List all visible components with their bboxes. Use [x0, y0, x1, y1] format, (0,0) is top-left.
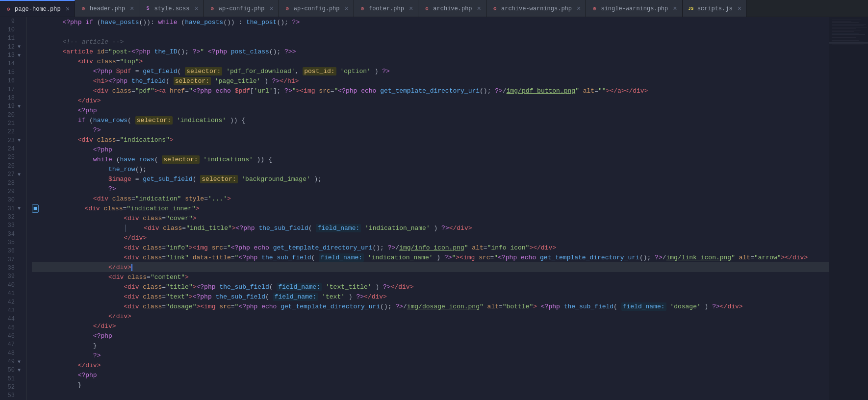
- fold-icon[interactable]: ▼: [16, 52, 23, 59]
- fold-icon[interactable]: [16, 248, 23, 254]
- tab-close-button[interactable]: ×: [345, 5, 349, 12]
- tab-wp-config1[interactable]: ⚙ wp-config.php ×: [204, 0, 279, 17]
- fold-icon[interactable]: [16, 35, 23, 42]
- fold-icon[interactable]: [16, 146, 23, 152]
- fold-icon[interactable]: [16, 222, 23, 229]
- fold-icon[interactable]: [16, 154, 23, 161]
- gutter-line-40: 40: [0, 281, 26, 289]
- scss-file-icon: S: [144, 5, 151, 12]
- fold-icon[interactable]: [16, 69, 23, 76]
- tab-style[interactable]: S style.scss ×: [139, 0, 204, 17]
- tab-bar: ⚙ page-home.php × ⚙ header.php × S style…: [0, 0, 868, 17]
- fold-icon[interactable]: [16, 120, 23, 127]
- fold-icon[interactable]: [16, 60, 23, 67]
- svg-rect-14: [832, 39, 861, 39]
- svg-rect-12: [832, 36, 867, 36]
- fold-icon[interactable]: [16, 256, 23, 263]
- line-number: 23: [3, 137, 15, 144]
- fold-icon[interactable]: [16, 273, 23, 280]
- tab-close-button[interactable]: ×: [477, 5, 481, 12]
- fold-icon[interactable]: [16, 239, 23, 246]
- fold-icon[interactable]: ▼: [16, 205, 23, 212]
- tab-close-button[interactable]: ×: [194, 5, 198, 12]
- fold-icon[interactable]: [16, 299, 23, 306]
- code-editor[interactable]: <?php if (have_posts()): while (have_pos…: [27, 17, 829, 400]
- fold-icon[interactable]: [16, 231, 23, 238]
- fold-icon[interactable]: ▼: [16, 103, 23, 110]
- code-line-29: <div class="cover">: [32, 213, 829, 223]
- fold-icon[interactable]: [16, 375, 23, 382]
- code-line-27: <div class="indication" style='...'>: [32, 194, 829, 203]
- gutter-line-30: 30: [0, 196, 26, 204]
- fold-icon[interactable]: [16, 316, 23, 323]
- minimap: [829, 17, 868, 400]
- fold-icon[interactable]: [16, 350, 23, 357]
- fold-icon[interactable]: ▼: [16, 367, 23, 374]
- fold-icon[interactable]: [16, 333, 23, 340]
- fold-icon[interactable]: [16, 128, 23, 135]
- fold-icon[interactable]: [16, 188, 23, 195]
- fold-icon[interactable]: [16, 307, 23, 314]
- fold-icon[interactable]: [16, 86, 23, 93]
- fold-icon[interactable]: [16, 26, 23, 33]
- line-number: 24: [3, 146, 15, 152]
- line-number: 9: [3, 18, 15, 25]
- fold-icon[interactable]: [16, 180, 23, 187]
- tab-label: header.php: [90, 5, 125, 12]
- tab-archive-warnings[interactable]: ⚙ archive-warnings.php ×: [486, 0, 586, 17]
- tab-close-button[interactable]: ×: [673, 5, 677, 12]
- fold-icon[interactable]: [16, 77, 23, 84]
- tab-single-warnings[interactable]: ⚙ single-warnings.php ×: [586, 0, 682, 17]
- tab-footer[interactable]: ⚙ footer.php ×: [354, 0, 418, 17]
- line-number: 46: [3, 333, 15, 340]
- fold-icon[interactable]: [16, 197, 23, 203]
- fold-icon[interactable]: [16, 325, 23, 331]
- tab-close-button[interactable]: ×: [270, 5, 274, 12]
- tab-close-button[interactable]: ×: [409, 5, 413, 12]
- line-number: 29: [3, 188, 15, 195]
- php-file-icon: ⚙: [359, 5, 366, 12]
- line-number: 26: [3, 163, 15, 170]
- gutter-line-41: 41: [0, 290, 26, 298]
- fold-icon[interactable]: [16, 290, 23, 297]
- fold-icon[interactable]: ▼: [16, 44, 23, 50]
- fold-icon[interactable]: [16, 112, 23, 119]
- php-file-icon: ⚙: [591, 5, 598, 12]
- fold-icon[interactable]: [16, 392, 23, 399]
- gutter-line-13: 13 ▼: [0, 51, 26, 59]
- tab-close-button[interactable]: ×: [130, 5, 134, 12]
- fold-icon[interactable]: [16, 341, 23, 348]
- tab-page-home[interactable]: ⚙ page-home.php ×: [0, 0, 75, 17]
- tab-wp-config2[interactable]: ⚙ wp-config.php ×: [279, 0, 354, 17]
- tab-header[interactable]: ⚙ header.php ×: [75, 0, 139, 17]
- fold-icon[interactable]: [16, 282, 23, 289]
- gutter-line-27: 27 ▼: [0, 170, 26, 178]
- code-line-39: </div>: [32, 311, 829, 321]
- gutter-line-35: 35: [0, 238, 26, 247]
- fold-icon[interactable]: [16, 214, 23, 221]
- fold-icon[interactable]: [16, 18, 23, 25]
- php-file-icon: ⚙: [491, 5, 498, 12]
- php-file-icon: ⚙: [284, 5, 291, 12]
- gutter-line-48: 48: [0, 349, 26, 357]
- fold-icon[interactable]: ▼: [16, 358, 23, 365]
- tab-close-button[interactable]: ×: [66, 6, 70, 13]
- gutter-line-14: 14: [0, 60, 26, 68]
- fold-icon[interactable]: [16, 384, 23, 391]
- tab-scripts[interactable]: JS scripts.js ×: [683, 0, 747, 17]
- tab-close-button[interactable]: ×: [738, 5, 741, 12]
- line-number: 32: [3, 214, 15, 221]
- fold-icon[interactable]: [16, 265, 23, 272]
- tab-close-button[interactable]: ×: [577, 5, 581, 12]
- gutter-line-9: 9: [0, 17, 26, 25]
- fold-icon[interactable]: [16, 95, 23, 101]
- fold-icon[interactable]: [16, 163, 23, 170]
- line-number: 52: [3, 384, 15, 391]
- fold-icon[interactable]: ▼: [16, 137, 23, 144]
- gutter-line-28: 28: [0, 179, 26, 187]
- line-number: 41: [3, 290, 15, 297]
- tab-archive[interactable]: ⚙ archive.php ×: [418, 0, 486, 17]
- fold-icon[interactable]: ▼: [16, 171, 23, 178]
- line-number: 10: [3, 26, 15, 33]
- gutter-line-32: 32: [0, 213, 26, 221]
